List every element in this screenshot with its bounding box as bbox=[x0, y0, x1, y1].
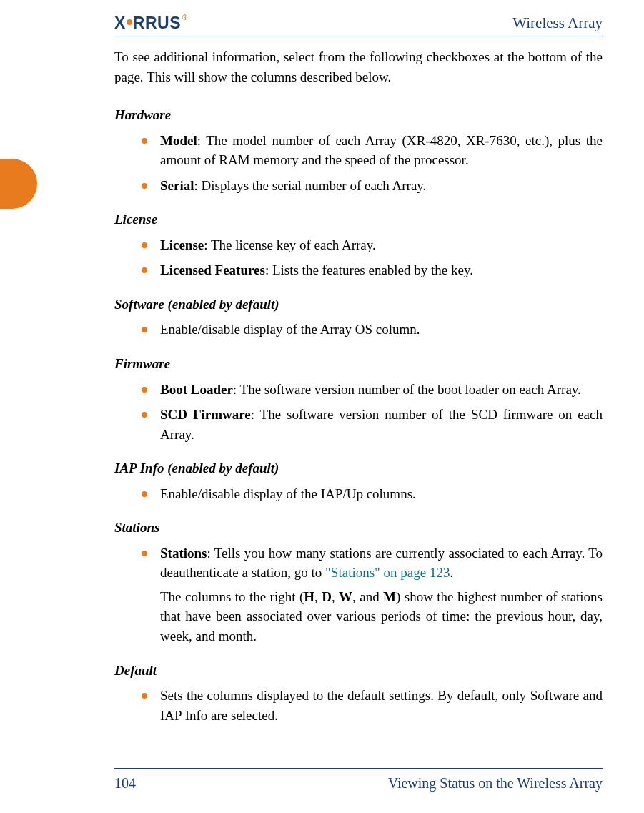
list-item: Boot Loader: The software version number… bbox=[142, 380, 603, 400]
section-firmware-list: Boot Loader: The software version number… bbox=[114, 380, 603, 445]
intro-text: To see additional information, select fr… bbox=[114, 47, 603, 87]
footer-rule bbox=[114, 768, 603, 769]
header-rule bbox=[114, 36, 603, 36]
section-default-list: Sets the columns displayed to the defaul… bbox=[114, 686, 603, 725]
section-license-title: License bbox=[114, 210, 603, 230]
logo-text: XRRUS® bbox=[114, 14, 188, 33]
section-license-list: License: The license key of each Array. … bbox=[114, 235, 603, 280]
section-hardware-title: Hardware bbox=[114, 105, 603, 125]
list-item: Sets the columns displayed to the defaul… bbox=[142, 686, 603, 725]
sub-paragraph: The columns to the right (H, D, W, and M… bbox=[160, 587, 603, 646]
desc: : The license key of each Array. bbox=[204, 237, 376, 252]
page-content: To see additional information, select fr… bbox=[114, 47, 603, 731]
term: SCD Firmware bbox=[160, 407, 251, 422]
desc: : Displays the serial number of each Arr… bbox=[194, 178, 427, 193]
list-item: Enable/disable display of the Array OS c… bbox=[142, 320, 603, 340]
term: Model bbox=[160, 133, 197, 148]
logo-pre: X bbox=[114, 14, 126, 33]
term: Licensed Features bbox=[160, 262, 265, 277]
section-software-title: Software (enabled by default) bbox=[114, 295, 603, 315]
desc: : Lists the features enabled by the key. bbox=[265, 262, 473, 277]
section-iap-list: Enable/disable display of the IAP/Up col… bbox=[114, 484, 603, 504]
section-iap-title: IAP Info (enabled by default) bbox=[114, 458, 603, 478]
list-item: Enable/disable display of the IAP/Up col… bbox=[142, 484, 603, 504]
desc: Enable/disable display of the Array OS c… bbox=[160, 322, 420, 337]
page-footer: 104 Viewing Status on the Wireless Array bbox=[114, 775, 603, 792]
term: License bbox=[160, 237, 204, 252]
footer-section: Viewing Status on the Wireless Array bbox=[388, 775, 603, 792]
list-item: Stations: Tells you how many stations ar… bbox=[142, 543, 603, 646]
desc: . bbox=[450, 565, 453, 580]
term: Stations bbox=[160, 546, 207, 561]
list-item: Licensed Features: Lists the features en… bbox=[142, 260, 603, 280]
term: Serial bbox=[160, 178, 194, 193]
list-item: Serial: Displays the serial number of ea… bbox=[142, 176, 603, 196]
section-firmware-title: Firmware bbox=[114, 354, 603, 374]
section-software-list: Enable/disable display of the Array OS c… bbox=[114, 320, 603, 340]
list-item: Model: The model number of each Array (X… bbox=[142, 131, 603, 170]
section-default-title: Default bbox=[114, 661, 603, 681]
desc: Sets the columns displayed to the defaul… bbox=[160, 688, 603, 723]
cross-ref-link[interactable]: "Stations" on page 123 bbox=[325, 565, 450, 580]
desc: : The software version number of the boo… bbox=[233, 382, 581, 397]
logo: XRRUS® bbox=[114, 14, 188, 33]
page-number: 104 bbox=[114, 775, 136, 792]
section-hardware-list: Model: The model number of each Array (X… bbox=[114, 131, 603, 196]
section-stations-title: Stations bbox=[114, 518, 603, 538]
list-item: SCD Firmware: The software version numbe… bbox=[142, 405, 603, 444]
term: Boot Loader bbox=[160, 382, 233, 397]
logo-mid: RRUS bbox=[133, 14, 181, 33]
logo-reg: ® bbox=[182, 14, 188, 21]
side-tab-icon bbox=[0, 159, 37, 209]
page-header: XRRUS® Wireless Array bbox=[114, 13, 603, 33]
desc: Enable/disable display of the IAP/Up col… bbox=[160, 486, 416, 501]
desc: : The model number of each Array (XR-482… bbox=[160, 133, 603, 168]
section-stations-list: Stations: Tells you how many stations ar… bbox=[114, 543, 603, 646]
list-item: License: The license key of each Array. bbox=[142, 235, 603, 255]
document-title: Wireless Array bbox=[512, 14, 603, 32]
logo-dot-icon bbox=[127, 19, 132, 25]
